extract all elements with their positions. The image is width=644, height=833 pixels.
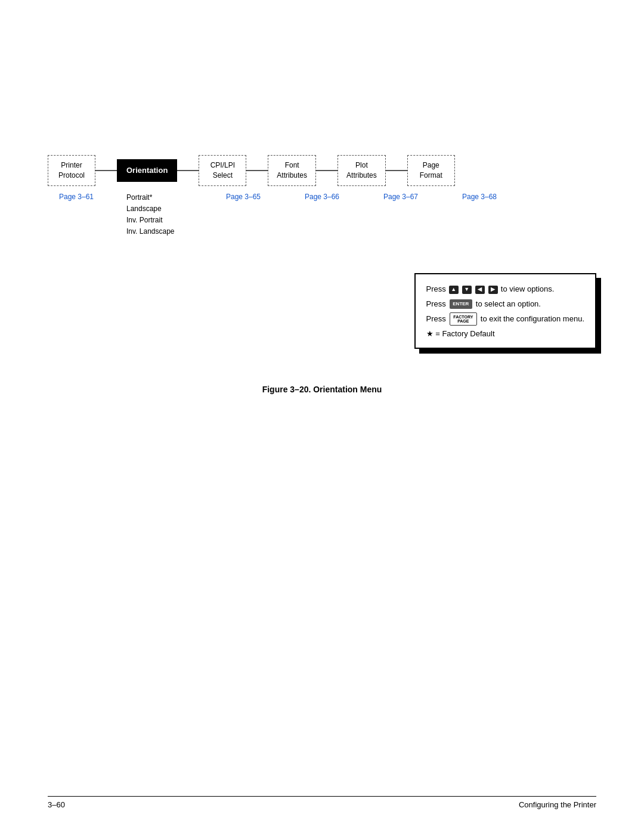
link-cpi-lpi[interactable]: Page 3–65 [226, 193, 261, 201]
legend-line4: ★ = Factory Default [426, 327, 584, 341]
orientation-values: Portrait* Landscape Inv. Portrait Inv. L… [126, 192, 193, 238]
printer-protocol-node: Printer Protocol [48, 155, 95, 186]
diagram-wrapper: Printer Protocol Orientation CPI/LPI Sel… [48, 155, 596, 349]
connector-5 [386, 170, 407, 171]
key-down: ▼ [462, 286, 472, 294]
key-factory-page: FACTORYPAGE [450, 312, 477, 326]
orientation-val-1: Portrait* [126, 192, 193, 203]
footer: 3–60 Configuring the Printer [48, 796, 596, 809]
key-right: ▶ [488, 286, 498, 294]
orientation-val-3: Inv. Portrait [126, 215, 193, 226]
font-attributes-node-wrap: Font Attributes [268, 155, 316, 186]
key-left: ◀ [475, 286, 485, 294]
link-font-attributes[interactable]: Page 3–66 [305, 193, 339, 201]
key-enter: ENTER [450, 299, 472, 309]
legend-line1-suffix: to view options. [501, 283, 555, 296]
legend-line2: Press ENTER to select an option. [426, 298, 584, 311]
orientation-node: Orientation [117, 159, 177, 182]
connector-1 [95, 170, 117, 171]
plot-attributes-line1: Plot [355, 161, 368, 169]
font-attributes-line2: Attributes [277, 171, 307, 179]
orientation-label: Orientation [126, 166, 168, 175]
menu-nodes-row: Printer Protocol Orientation CPI/LPI Sel… [48, 155, 596, 186]
page-format-node-wrap: Page Format [407, 155, 455, 186]
page-format-node: Page Format [407, 155, 455, 186]
legend-box: Press ▲ ▼ ◀ ▶ to view options. Press ENT… [414, 273, 596, 349]
cpi-lpi-node-wrap: CPI/LPI Select [199, 155, 246, 186]
font-attributes-node: Font Attributes [268, 155, 316, 186]
legend-line3-prefix: Press [426, 312, 446, 326]
legend-line3: Press FACTORYPAGE to exit the configurat… [426, 312, 584, 326]
legend-line2-suffix: to select an option. [476, 298, 541, 311]
plot-attributes-node-wrap: Plot Attributes [338, 155, 386, 186]
page-format-line2: Format [420, 171, 442, 179]
link-page-format[interactable]: Page 3–68 [462, 193, 497, 201]
page: Printer Protocol Orientation CPI/LPI Sel… [0, 0, 644, 833]
connector-2 [177, 170, 199, 171]
cpi-lpi-node: CPI/LPI Select [199, 155, 246, 186]
printer-protocol-link-cell: Page 3–61 [48, 192, 105, 201]
links-row: Page 3–61 Portrait* Landscape Inv. Portr… [48, 192, 596, 238]
cpi-lpi-line1: CPI/LPI [210, 161, 235, 169]
plot-attributes-link-cell: Page 3–67 [372, 192, 429, 201]
page-format-line1: Page [423, 161, 439, 169]
footer-left: 3–60 [48, 800, 65, 809]
link-plot-attributes[interactable]: Page 3–67 [383, 193, 418, 201]
legend-shadow-wrap: Press ▲ ▼ ◀ ▶ to view options. Press ENT… [414, 273, 596, 349]
legend-line3-suffix: to exit the configuration menu. [481, 312, 584, 326]
legend-line1-prefix: Press [426, 283, 446, 296]
font-attributes-line1: Font [285, 161, 299, 169]
plot-attributes-node: Plot Attributes [338, 155, 386, 186]
printer-protocol-line2: Protocol [58, 171, 85, 179]
legend-area: Press ▲ ▼ ◀ ▶ to view options. Press ENT… [48, 273, 596, 349]
footer-right: Configuring the Printer [519, 800, 596, 809]
connector-4 [316, 170, 338, 171]
orientation-val-2: Landscape [126, 203, 193, 215]
legend-line2-prefix: Press [426, 298, 446, 311]
printer-protocol-line1: Printer [61, 161, 82, 169]
figure-caption: Figure 3–20. Orientation Menu [48, 385, 596, 394]
connector-3 [246, 170, 268, 171]
cpi-lpi-link-cell: Page 3–65 [215, 192, 272, 201]
orientation-node-wrap: Orientation [117, 159, 177, 182]
cpi-lpi-line2: Select [213, 171, 233, 179]
orientation-values-cell: Portrait* Landscape Inv. Portrait Inv. L… [126, 192, 193, 238]
page-format-link-cell: Page 3–68 [451, 192, 508, 201]
plot-attributes-line2: Attributes [346, 171, 377, 179]
printer-protocol-node-wrap: Printer Protocol [48, 155, 95, 186]
legend-line1: Press ▲ ▼ ◀ ▶ to view options. [426, 283, 584, 296]
font-attributes-link-cell: Page 3–66 [293, 192, 351, 201]
orientation-val-4: Inv. Landscape [126, 226, 193, 237]
link-printer-protocol[interactable]: Page 3–61 [59, 193, 94, 201]
key-up: ▲ [449, 286, 459, 294]
